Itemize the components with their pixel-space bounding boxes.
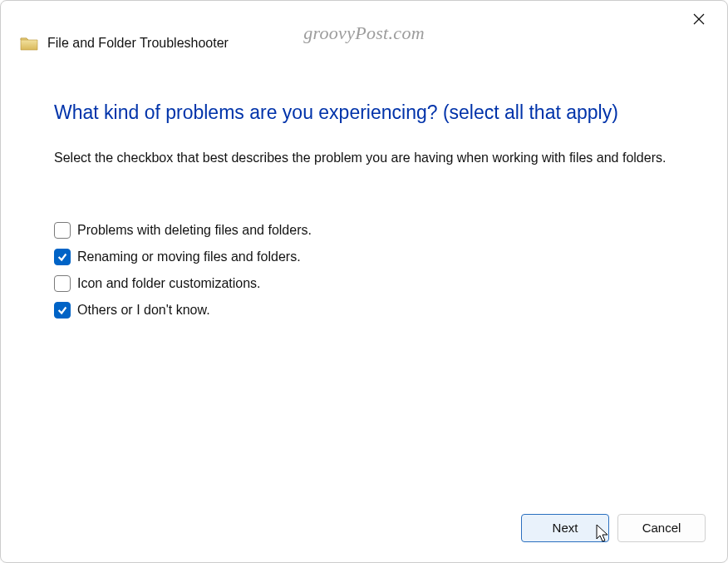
checkbox[interactable] bbox=[54, 275, 71, 292]
close-button[interactable] bbox=[692, 12, 709, 29]
option-icon-customization[interactable]: Icon and folder customizations. bbox=[54, 275, 674, 292]
folder-icon bbox=[19, 33, 39, 53]
option-label: Problems with deleting files and folders… bbox=[77, 223, 312, 238]
option-label: Renaming or moving files and folders. bbox=[77, 249, 301, 264]
next-button[interactable]: Next bbox=[521, 514, 609, 542]
option-deleting[interactable]: Problems with deleting files and folders… bbox=[54, 222, 674, 239]
content-area: What kind of problems are you experienci… bbox=[1, 67, 727, 319]
cancel-button[interactable]: Cancel bbox=[617, 514, 706, 542]
close-icon bbox=[692, 12, 706, 26]
checkbox[interactable] bbox=[54, 302, 71, 319]
titlebar: File and Folder Troubleshooter bbox=[1, 1, 727, 67]
option-others[interactable]: Others or I don't know. bbox=[54, 302, 674, 319]
page-heading: What kind of problems are you experienci… bbox=[54, 101, 674, 125]
page-description: Select the checkbox that best describes … bbox=[54, 148, 674, 167]
checkmark-icon bbox=[57, 251, 68, 263]
option-renaming[interactable]: Renaming or moving files and folders. bbox=[54, 249, 674, 265]
titlebar-title: File and Folder Troubleshooter bbox=[47, 36, 229, 51]
option-label: Others or I don't know. bbox=[77, 303, 210, 318]
checkbox[interactable] bbox=[54, 222, 71, 239]
option-label: Icon and folder customizations. bbox=[77, 276, 261, 291]
footer-buttons: Next Cancel bbox=[521, 514, 706, 542]
options-list: Problems with deleting files and folders… bbox=[54, 222, 674, 319]
checkmark-icon bbox=[57, 304, 68, 316]
checkbox[interactable] bbox=[54, 249, 71, 265]
troubleshooter-window: groovyPost.com File and Folder Troublesh… bbox=[0, 0, 728, 563]
